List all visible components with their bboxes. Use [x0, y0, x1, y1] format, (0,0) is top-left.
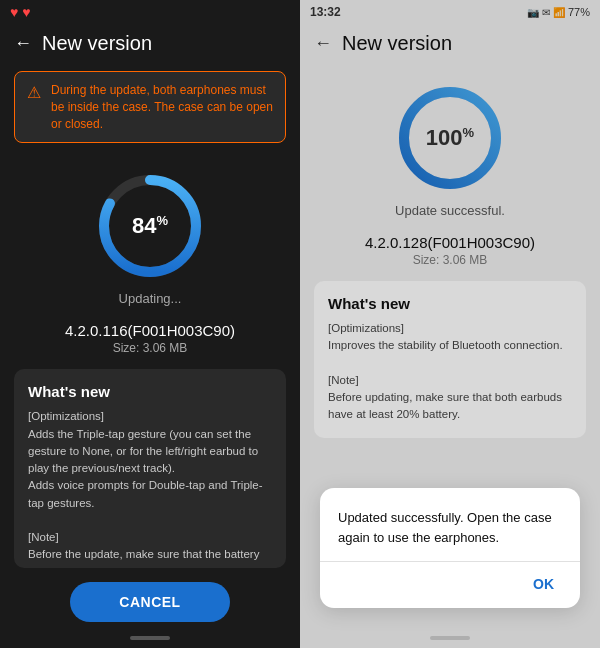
- heart-icon-1: ♥: [10, 4, 18, 20]
- warning-icon: ⚠: [27, 83, 41, 102]
- left-whats-new-box: What's new [Optimizations] Adds the Trip…: [14, 369, 286, 568]
- left-version-number: 4.2.0.116(F001H003C90): [0, 322, 300, 339]
- warning-text: During the update, both earphones must b…: [51, 82, 273, 132]
- left-version-size: Size: 3.06 MB: [0, 341, 300, 355]
- left-back-arrow[interactable]: ←: [14, 33, 32, 54]
- cancel-area: CANCEL: [0, 568, 300, 636]
- right-panel: 13:32 📷 ✉ 📶 77% ← New version: [300, 0, 600, 648]
- left-panel: ♥ ♥ ← New version ⚠ During the update, b…: [0, 0, 300, 648]
- left-version-info: 4.2.0.116(F001H003C90) Size: 3.06 MB: [0, 322, 300, 355]
- left-bottom-indicator: [130, 636, 170, 640]
- dialog-actions: OK: [338, 562, 562, 596]
- left-whats-new-content: [Optimizations] Adds the Triple-tap gest…: [28, 408, 272, 568]
- left-page-title: New version: [42, 32, 152, 55]
- left-whats-new-tag-note: [Note]: [28, 531, 59, 543]
- cancel-button[interactable]: CANCEL: [70, 582, 230, 622]
- left-status-bar: ♥ ♥: [0, 0, 300, 24]
- updating-label: Updating...: [119, 291, 182, 306]
- left-status-icons: ♥ ♥: [10, 4, 31, 20]
- dialog-overlay: Updated successfully. Open the case agai…: [300, 0, 600, 648]
- left-progress-area: 84% Updating...: [0, 151, 300, 316]
- left-percent-display: 84%: [132, 213, 168, 239]
- dialog-message: Updated successfully. Open the case agai…: [338, 508, 562, 547]
- heart-icon-2: ♥: [22, 4, 30, 20]
- left-header: ← New version: [0, 24, 300, 63]
- left-progress-circle: 84%: [95, 171, 205, 281]
- dialog-ok-button[interactable]: OK: [525, 572, 562, 596]
- left-whats-new-title: What's new: [28, 383, 272, 400]
- success-dialog: Updated successfully. Open the case agai…: [320, 488, 580, 608]
- left-whats-new-tag-opt: [Optimizations]: [28, 410, 104, 422]
- warning-box: ⚠ During the update, both earphones must…: [14, 71, 286, 143]
